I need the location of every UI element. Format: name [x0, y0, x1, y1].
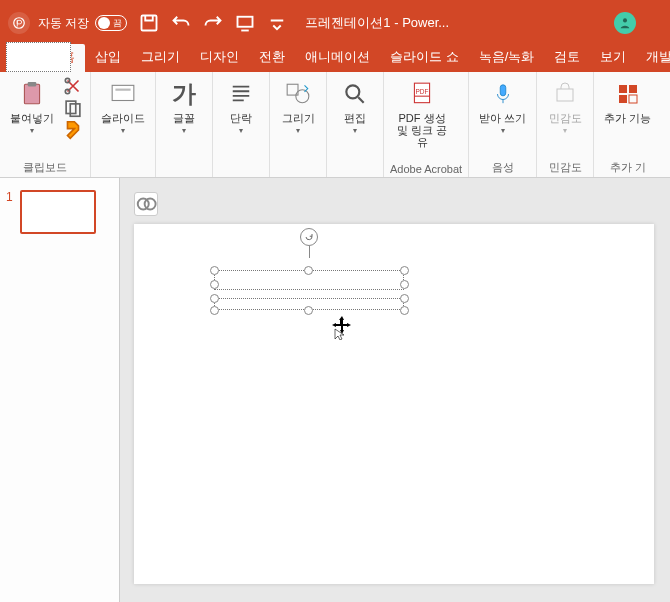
dictate-button[interactable]: 받아 쓰기 ▾ [475, 76, 530, 137]
paragraph-button[interactable]: 단락 ▾ [219, 76, 263, 137]
slide-icon [107, 78, 139, 110]
resize-handle-e[interactable] [400, 280, 409, 289]
slide-canvas-area[interactable] [120, 178, 670, 602]
tab-record[interactable]: 녹음/녹화 [469, 44, 545, 72]
start-from-beginning-button[interactable] [235, 13, 255, 33]
paragraph-icon [225, 78, 257, 110]
tab-slideshow[interactable]: 슬라이드 쇼 [380, 44, 469, 72]
app-icon [8, 12, 30, 34]
tab-shape-format[interactable]: 도형 서 [6, 42, 71, 72]
resize-handle-w2[interactable] [210, 294, 219, 303]
redo-button[interactable] [203, 13, 223, 33]
resize-handle-se[interactable] [400, 306, 409, 315]
group-acrobat: PDF PDF 생성 및 링크 공유 Adobe Acrobat [384, 72, 469, 177]
tab-view[interactable]: 보기 [590, 44, 636, 72]
account-avatar[interactable] [614, 12, 636, 34]
addins-icon [612, 78, 644, 110]
search-icon [339, 78, 371, 110]
tab-design[interactable]: 디자인 [190, 44, 249, 72]
resize-handle-sw[interactable] [210, 306, 219, 315]
clipboard-icon [16, 78, 48, 110]
font-button[interactable]: 가 글꼴 ▾ [162, 76, 206, 137]
svg-rect-21 [629, 85, 637, 93]
rotation-handle[interactable] [300, 228, 318, 246]
autosave-state: 끔 [113, 17, 122, 30]
ribbon-tabs: 파일 홈 삽입 그리기 디자인 전환 애니메이션 슬라이드 쇼 녹음/녹화 검토… [0, 46, 670, 72]
tab-transitions[interactable]: 전환 [249, 44, 295, 72]
tab-developer[interactable]: 개발 도구 [636, 44, 670, 72]
selected-group[interactable] [204, 258, 414, 332]
font-icon: 가 [168, 78, 200, 110]
svg-rect-2 [238, 17, 253, 27]
qat-overflow-button[interactable] [267, 13, 287, 33]
svg-point-0 [14, 18, 25, 29]
resize-handle-ne[interactable] [400, 266, 409, 275]
svg-text:PDF: PDF [416, 88, 429, 95]
paste-button[interactable]: 붙여넣기 ▾ [6, 76, 58, 137]
chevron-down-icon: ▾ [501, 126, 505, 135]
group-slides: 슬라이드 ▾ [91, 72, 156, 177]
tab-review[interactable]: 검토 [544, 44, 590, 72]
svg-rect-12 [115, 89, 130, 91]
pdf-share-button[interactable]: PDF PDF 생성 및 링크 공유 [390, 76, 454, 150]
save-button[interactable] [139, 13, 159, 33]
group-editing: 편집 ▾ [327, 72, 384, 177]
svg-point-25 [145, 199, 156, 210]
autosave-toggle[interactable]: 끔 [95, 15, 127, 31]
chevron-down-icon: ▾ [353, 126, 357, 135]
slides-button[interactable]: 슬라이드 ▾ [97, 76, 149, 137]
svg-rect-6 [28, 82, 37, 86]
autosave[interactable]: 자동 저장 끔 [38, 15, 127, 32]
svg-point-14 [296, 90, 309, 103]
move-cursor-icon [332, 316, 352, 344]
undo-button[interactable] [171, 13, 191, 33]
slide-number: 1 [6, 190, 16, 234]
group-sensitivity: 민감도 ▾ 민감도 [537, 72, 594, 177]
sensitivity-button: 민감도 ▾ [543, 76, 587, 137]
addins-button[interactable]: 추가 기능 [600, 76, 655, 126]
chevron-down-icon: ▾ [563, 126, 567, 135]
group-label-voice: 음성 [475, 158, 530, 175]
svg-rect-23 [629, 95, 637, 103]
powerpoint-icon [12, 16, 26, 30]
svg-rect-11 [112, 85, 134, 100]
slide-thumbnail[interactable] [20, 190, 96, 234]
editing-button[interactable]: 편집 ▾ [333, 76, 377, 137]
user-icon [618, 16, 632, 30]
group-label-acrobat: Adobe Acrobat [390, 161, 462, 175]
group-label-addins: 추가 기 [600, 158, 655, 175]
slide[interactable] [134, 224, 654, 584]
resize-handle-e2[interactable] [400, 294, 409, 303]
tab-draw[interactable]: 그리기 [131, 44, 190, 72]
svg-rect-5 [24, 84, 39, 104]
group-paragraph: 단락 ▾ [213, 72, 270, 177]
resize-handle-s[interactable] [304, 306, 313, 315]
drawing-button[interactable]: 그리기 ▾ [276, 76, 320, 137]
group-label-slides [97, 161, 149, 175]
cut-button[interactable] [62, 76, 84, 96]
tab-insert[interactable]: 삽입 [85, 44, 131, 72]
svg-point-4 [623, 18, 627, 22]
microphone-icon [487, 78, 519, 110]
sensitivity-icon [549, 78, 581, 110]
group-voice: 받아 쓰기 ▾ 음성 [469, 72, 537, 177]
tab-animations[interactable]: 애니메이션 [295, 44, 380, 72]
chevron-down-icon: ▾ [296, 126, 300, 135]
shapes-icon [282, 78, 314, 110]
svg-rect-19 [557, 89, 573, 101]
svg-rect-1 [142, 16, 157, 31]
slide-thumbnail-panel[interactable]: 1 [0, 178, 120, 602]
format-painter-button[interactable] [62, 120, 84, 140]
svg-point-15 [346, 85, 359, 98]
copy-button[interactable] [62, 98, 84, 118]
group-addins: 추가 기능 추가 기 [594, 72, 661, 177]
resize-handle-w[interactable] [210, 280, 219, 289]
slide-thumbnail-1[interactable]: 1 [6, 190, 113, 234]
chevron-down-icon: ▾ [239, 126, 243, 135]
designer-button[interactable] [134, 192, 158, 216]
resize-handle-nw[interactable] [210, 266, 219, 275]
designer-icon [135, 193, 157, 215]
resize-handle-n[interactable] [304, 266, 313, 275]
chevron-down-icon: ▾ [121, 126, 125, 135]
svg-rect-22 [619, 95, 627, 103]
